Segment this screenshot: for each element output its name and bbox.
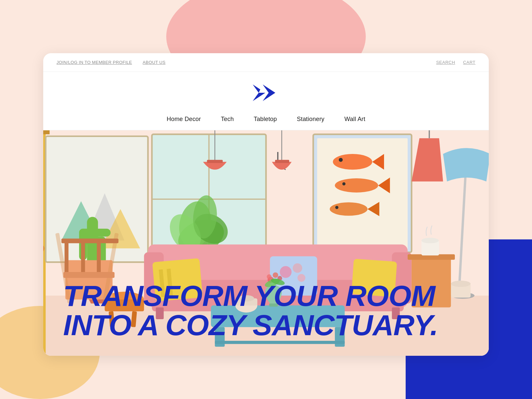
svg-rect-39 xyxy=(207,160,223,163)
join-login-link[interactable]: JOIN/LOG IN TO MEMBER PROFILE xyxy=(57,60,132,65)
hero-text: TRANSFORM YOUR ROOM INTO A COZY SANCTUAR… xyxy=(63,281,438,340)
search-link[interactable]: SEARCH xyxy=(436,60,455,65)
svg-point-48 xyxy=(335,178,378,193)
svg-point-58 xyxy=(451,281,470,287)
svg-rect-96 xyxy=(64,272,115,278)
nav-item-home-decor[interactable]: Home Decor xyxy=(167,116,201,123)
logo-area xyxy=(43,72,489,111)
svg-point-53 xyxy=(335,206,338,209)
main-card: JOIN/LOG IN TO MEMBER PROFILE ABOUT US S… xyxy=(43,53,489,356)
svg-rect-100 xyxy=(62,238,119,243)
top-nav-right: SEARCH CART xyxy=(436,60,475,65)
about-us-link[interactable]: ABOUT US xyxy=(143,60,166,65)
svg-rect-99 xyxy=(97,240,101,272)
svg-point-47 xyxy=(339,158,343,162)
svg-rect-31 xyxy=(79,229,111,237)
cart-link[interactable]: CART xyxy=(463,60,475,65)
hero-section: TRANSFORM YOUR ROOM INTO A COZY SANCTUAR… xyxy=(43,130,489,356)
svg-rect-98 xyxy=(81,240,85,272)
brand-logo[interactable] xyxy=(253,81,279,104)
svg-point-83 xyxy=(267,274,271,279)
top-nav: JOIN/LOG IN TO MEMBER PROFILE ABOUT US S… xyxy=(43,53,489,72)
svg-point-45 xyxy=(333,154,372,170)
svg-rect-97 xyxy=(65,240,68,272)
nav-item-tabletop[interactable]: Tabletop xyxy=(254,116,277,123)
nav-item-tech[interactable]: Tech xyxy=(221,116,234,123)
hero-headline-line1: TRANSFORM YOUR ROOM xyxy=(63,281,438,311)
nav-item-wall-art[interactable]: Wall Art xyxy=(344,116,365,123)
svg-point-73 xyxy=(293,263,302,273)
nav-item-stationery[interactable]: Stationery xyxy=(297,116,325,123)
main-nav: Home Decor Tech Tabletop Stationery Wall… xyxy=(43,111,489,130)
svg-point-81 xyxy=(273,272,278,278)
svg-rect-41 xyxy=(275,160,289,163)
hero-headline-line2: INTO A COZY SANCTUARY. xyxy=(63,311,438,340)
svg-point-104 xyxy=(421,238,439,243)
svg-point-51 xyxy=(330,202,368,216)
top-nav-left: JOIN/LOG IN TO MEMBER PROFILE ABOUT US xyxy=(57,60,166,65)
svg-point-72 xyxy=(280,266,292,278)
svg-point-50 xyxy=(342,182,345,185)
svg-rect-11 xyxy=(43,130,50,134)
